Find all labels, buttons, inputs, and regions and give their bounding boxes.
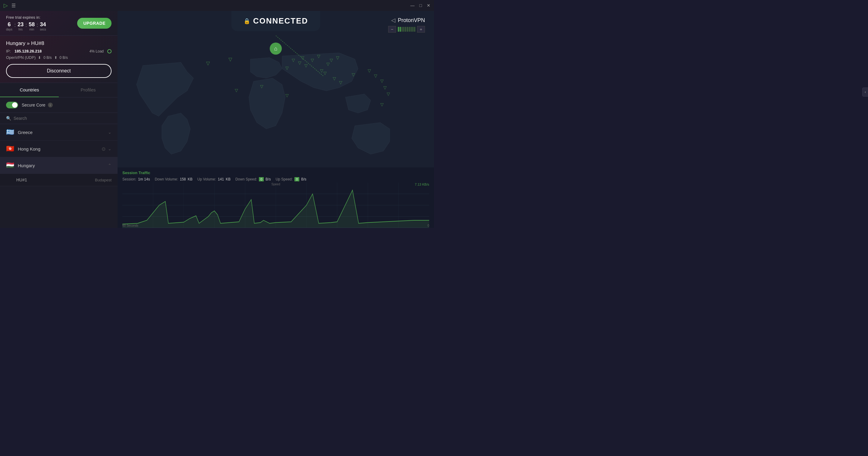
timer-days: 6 days: [6, 22, 12, 31]
server-hu1-location: Budapest: [95, 178, 112, 182]
min-label: min: [29, 28, 35, 31]
server-item-hu1[interactable]: HU#1 Budapest: [0, 174, 118, 186]
hongkong-server-icon: ⊙: [101, 146, 105, 152]
traffic-title-block: Session Traffic: [122, 170, 150, 175]
hungary-flag: 🇭🇺: [6, 162, 14, 169]
secure-core-toggle[interactable]: [6, 102, 18, 108]
tab-bar: Countries Profiles: [0, 83, 118, 97]
speed-value: 7.13 KB/s: [415, 182, 429, 186]
upload-speed: 0 B/s: [60, 56, 68, 60]
up-speed-label: Up Speed:: [276, 177, 293, 181]
session-stat: Session: 1m 14s: [122, 177, 150, 181]
session-value: 1m 14s: [138, 177, 150, 181]
search-icon: 🔍: [6, 116, 11, 121]
down-speed-label: Down Speed:: [236, 177, 257, 181]
hrs-value: 23: [18, 22, 24, 28]
greece-chevron-icon: ⌄: [108, 130, 112, 135]
ip-label: IP:: [6, 49, 11, 53]
greece-flag: 🇬🇷: [6, 128, 14, 136]
timer-secs: 34 secs: [40, 22, 46, 31]
traffic-graph-svg: [122, 182, 429, 228]
trial-info: Free trial expires in: 6 days : 23 hrs :…: [6, 15, 46, 31]
close-button[interactable]: ✕: [427, 3, 430, 7]
map-area: 🔒 CONNECTED ◁ ProtonVPN −: [118, 11, 434, 228]
country-item-greece[interactable]: 🇬🇷 Greece ⌄: [0, 124, 118, 141]
zero-label: 0: [427, 224, 429, 227]
secure-core-info-icon[interactable]: i: [48, 103, 53, 108]
hongkong-name: Hong Kong: [18, 146, 101, 151]
down-volume-unit: KB: [188, 177, 193, 181]
tab-profiles[interactable]: Profiles: [59, 83, 118, 97]
country-item-hungary[interactable]: 🇭🇺 Hungary ⌃: [0, 157, 118, 174]
up-speed-value: 0: [294, 177, 299, 181]
days-label: days: [6, 28, 12, 31]
speed-label: Speed: [272, 182, 280, 186]
titlebar-left: ▷ ☰: [4, 2, 16, 9]
sep1: :: [14, 22, 16, 31]
search-row: 🔍: [0, 113, 118, 124]
tab-countries[interactable]: Countries: [0, 83, 59, 97]
titlebar: ▷ ☰ — □ ✕: [0, 0, 434, 11]
sidebar: Free trial expires in: 6 days : 23 hrs :…: [0, 11, 118, 228]
traffic-info: Session Traffic: [118, 168, 434, 176]
upgrade-button[interactable]: UPGRADE: [77, 18, 112, 29]
search-input[interactable]: [13, 116, 112, 121]
disconnect-button[interactable]: Disconnect: [6, 64, 112, 78]
sep2: :: [25, 22, 27, 31]
home-marker: ⌂: [270, 42, 282, 55]
up-volume-value: 141: [218, 177, 224, 181]
secs-value: 34: [40, 22, 46, 28]
load-indicator: [107, 49, 112, 53]
hungary-name: Hungary: [18, 163, 108, 168]
home-icon: ⌂: [274, 46, 278, 52]
server-hu1-name: HU#1: [16, 177, 95, 182]
secure-core-label: Secure Core: [22, 103, 45, 108]
proton-logo-icon: ▷: [4, 2, 8, 9]
download-speed: 0 B/s: [43, 56, 52, 60]
time-label: 60 Seconds: [122, 224, 138, 227]
hrs-label: hrs: [18, 28, 24, 31]
down-volume-label: Down Volume:: [155, 177, 178, 181]
down-speed-stat: Down Speed: 0 B/s: [236, 177, 271, 181]
graph-area: Speed 7.13 KB/s 60 Seconds 0: [118, 182, 434, 228]
traffic-panel: Session Traffic Session: 1m 14s Down Vol…: [118, 168, 434, 228]
up-volume-stat: Up Volume: 141 KB: [197, 177, 230, 181]
connection-info: Hungary » HU#8 IP: 185.128.26.218 4% Loa…: [0, 36, 118, 83]
secure-core-row: Secure Core i: [0, 97, 118, 113]
protocol-row: OpenVPN (UDP) ⬇ 0 B/s ⬆ 0 B/s: [6, 55, 112, 60]
up-volume-label: Up Volume:: [197, 177, 216, 181]
sep3: :: [36, 22, 38, 31]
session-label: Session:: [122, 177, 136, 181]
maximize-button[interactable]: □: [420, 3, 422, 7]
download-icon: ⬇: [38, 56, 41, 60]
server-name: Hungary » HU#8: [6, 40, 112, 47]
min-value: 58: [29, 22, 35, 28]
traffic-title: Session Traffic: [122, 171, 150, 175]
up-speed-unit: B/s: [301, 177, 306, 181]
days-value: 6: [6, 22, 12, 28]
menu-icon[interactable]: ☰: [11, 3, 16, 8]
up-speed-stat: Up Speed: 0 B/s: [276, 177, 306, 181]
down-volume-value: 158: [180, 177, 186, 181]
country-item-hongkong[interactable]: 🇭🇰 Hong Kong ⊙ ⌄: [0, 141, 118, 157]
up-volume-unit: KB: [226, 177, 230, 181]
ip-value: 185.128.26.218: [14, 49, 41, 53]
hongkong-flag: 🇭🇰: [6, 145, 14, 153]
greece-name: Greece: [18, 130, 108, 135]
traffic-stats: Session: 1m 14s Down Volume: 158 KB Up V…: [118, 176, 434, 182]
trial-text: Free trial expires in:: [6, 15, 46, 20]
down-speed-unit: B/s: [266, 177, 271, 181]
toggle-knob: [12, 102, 18, 108]
trial-timer: 6 days : 23 hrs : 58 min : 34: [6, 22, 46, 31]
titlebar-controls: — □ ✕: [410, 3, 430, 7]
load-text: 4% Load: [90, 49, 104, 53]
connection-details: IP: 185.128.26.218 4% Load: [6, 49, 112, 53]
secs-label: secs: [40, 28, 46, 31]
upload-icon: ⬆: [54, 56, 57, 60]
trial-banner: Free trial expires in: 6 days : 23 hrs :…: [0, 11, 118, 36]
hongkong-chevron-icon: ⌄: [108, 146, 112, 151]
minimize-button[interactable]: —: [410, 3, 415, 7]
country-list: 🇬🇷 Greece ⌄ 🇭🇰 Hong Kong ⊙ ⌄ 🇭🇺 Hungary …: [0, 124, 118, 228]
down-speed-value: 0: [259, 177, 264, 181]
timer-min: 58 min: [29, 22, 35, 31]
